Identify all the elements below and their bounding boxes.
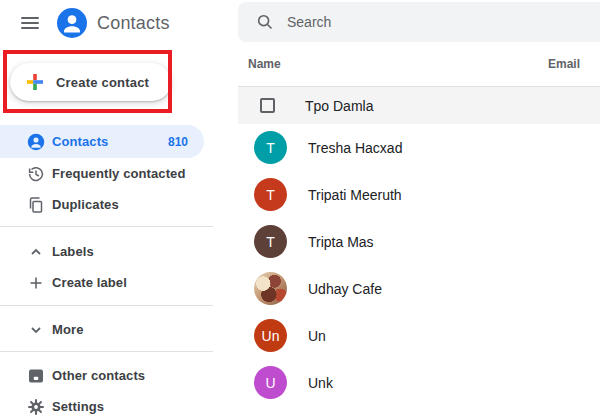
sidebar-item-more[interactable]: More [0,314,204,345]
contact-row[interactable]: T Tripta Mas [238,218,600,265]
google-plus-icon [26,73,44,91]
create-contact-area: Create contact [0,46,238,121]
search-bar[interactable] [238,2,600,42]
sidebar-item-label: More [52,322,83,337]
sidebar-item-labels[interactable]: Labels [0,236,204,267]
avatar-photo [254,272,287,305]
chevron-down-icon [27,321,45,339]
contact-row[interactable]: Udhay Cafe [238,265,600,312]
contact-row[interactable]: U Unk [238,359,600,406]
search-input[interactable] [287,14,547,30]
contact-name: Udhay Cafe [308,281,382,297]
divider [0,305,213,306]
create-contact-button[interactable]: Create contact [10,63,171,101]
avatar: T [254,178,287,211]
sidebar-nav: Contacts 810 Frequently contacted [0,121,238,416]
contact-name: Tripta Mas [308,234,374,250]
sidebar-item-create-label[interactable]: Create label [0,267,204,298]
sidebar-item-label: Contacts [52,134,108,149]
create-contact-label: Create contact [56,75,149,90]
contact-name: Un [308,328,326,344]
sidebar-item-duplicates[interactable]: Duplicates [0,189,204,220]
contact-name: Tpo Damla [305,98,373,114]
sidebar-item-label: Labels [52,244,94,259]
sidebar-item-frequently-contacted[interactable]: Frequently contacted [0,158,204,189]
sidebar-item-label: Create label [52,275,127,290]
divider [0,351,213,352]
contact-row[interactable]: T Tresha Hacxad [238,124,600,171]
contact-row[interactable]: T Tripati Meeruth [238,171,600,218]
sidebar-item-settings[interactable]: Settings [0,391,204,416]
google-contacts-app: Contacts Create contact [0,0,600,416]
app-title: Contacts [97,13,170,34]
avatar: U [254,366,287,399]
copy-icon [27,196,45,214]
contact-name: Unk [308,375,333,391]
column-header-name: Name [248,57,281,71]
sidebar-item-label: Duplicates [52,197,119,212]
sidebar-item-other-contacts[interactable]: Other contacts [0,360,204,391]
search-icon [256,13,274,31]
row-checkbox[interactable] [260,98,275,113]
plus-icon [27,274,45,292]
contact-name: Tripati Meeruth [308,187,402,203]
contact-row[interactable]: Un Un [238,312,600,359]
sidebar-item-label: Settings [52,399,104,414]
divider [0,226,213,227]
sidebar-item-contacts[interactable]: Contacts 810 [0,125,204,158]
contact-row[interactable]: Tpo Damla [238,87,600,124]
gear-icon [27,398,45,416]
sidebar-header: Contacts [0,0,238,46]
chevron-up-icon [27,243,45,261]
avatar: Un [254,319,287,352]
history-icon [27,165,45,183]
other-contacts-icon [27,367,45,385]
contacts-logo-icon [57,8,87,38]
column-header-email: Email [548,57,580,71]
avatar: T [254,131,287,164]
contacts-count-badge: 810 [168,135,204,149]
sidebar: Contacts Create contact [0,0,238,416]
hamburger-menu-icon[interactable] [21,14,41,32]
sidebar-item-label: Other contacts [52,368,145,383]
main-content: Name Email Tpo Damla T Tresha Hacxad T T… [238,0,600,416]
list-column-headers: Name Email [238,42,600,87]
person-icon [27,133,45,151]
contact-name: Tresha Hacxad [308,140,402,156]
sidebar-item-label: Frequently contacted [52,166,185,181]
app-brand[interactable]: Contacts [57,8,170,38]
avatar: T [254,225,287,258]
